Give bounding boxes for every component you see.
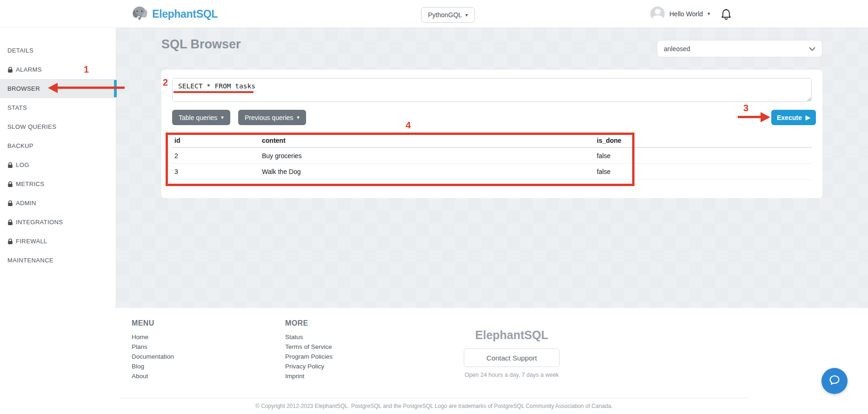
sidebar-item-log[interactable]: LOG [0, 155, 116, 174]
user-name: Hello World [669, 10, 703, 18]
instance-select-value: anleosed [664, 45, 690, 53]
brand-logo[interactable]: ElephantSQL [132, 5, 218, 23]
footer: MENU Home Plans Documentation Blog About… [0, 308, 868, 414]
lock-icon [7, 238, 13, 245]
sidebar-item-integrations[interactable]: INTEGRATIONS [0, 213, 116, 232]
sidebar-item-details[interactable]: DETAILS [0, 41, 116, 60]
sidebar: DETAILS ALARMS BROWSER STATS SLOW QUERIE… [0, 28, 116, 308]
sidebar-item-label: LOG [16, 161, 29, 168]
caret-down-icon: ▾ [465, 12, 468, 18]
cell-is-done: false [597, 152, 812, 160]
query-results-table: id content is_done 2 Buy groceries false… [172, 134, 812, 180]
footer-link-blog[interactable]: Blog [132, 361, 174, 371]
sql-query-input[interactable]: SELECT * FROM tasks [172, 78, 812, 102]
cell-id: 3 [172, 168, 262, 175]
column-header-content: content [262, 137, 597, 144]
cell-id: 2 [172, 152, 262, 160]
cell-content: Buy groceries [262, 152, 597, 160]
database-instance-select[interactable]: anleosed [657, 40, 822, 57]
brand-name: ElephantSQL [152, 8, 218, 20]
top-navbar: ElephantSQL PythonGQL ▾ Hello World ▾ [0, 0, 868, 28]
footer-link-terms[interactable]: Terms of Service [285, 342, 333, 352]
sidebar-item-alarms[interactable]: ALARMS [0, 60, 116, 79]
lock-icon [7, 162, 13, 168]
previous-queries-label: Previous queries [245, 114, 293, 121]
contact-support-button[interactable]: Contact Support [464, 348, 560, 367]
execute-button[interactable]: Execute ▶ [771, 110, 816, 125]
cell-is-done: false [597, 168, 812, 175]
instance-dropdown-label: PythonGQL [428, 11, 462, 19]
footer-menu-heading: MENU [132, 319, 174, 327]
sidebar-item-slow-queries[interactable]: SLOW QUERIES [0, 117, 116, 136]
sidebar-item-label: BACKUP [7, 142, 33, 149]
chevron-down-icon [809, 45, 815, 53]
column-header-is-done: is_done [597, 137, 812, 144]
caret-down-icon: ▾ [297, 114, 300, 120]
page-title: SQL Browser [161, 37, 241, 52]
footer-link-imprint[interactable]: Imprint [285, 371, 333, 381]
sidebar-item-label: BROWSER [7, 85, 40, 92]
elephantsql-app: ElephantSQL PythonGQL ▾ Hello World ▾ DE… [0, 0, 868, 414]
table-queries-label: Table queries [179, 114, 217, 121]
user-menu[interactable]: Hello World ▾ [650, 7, 710, 21]
column-header-id: id [172, 137, 262, 144]
footer-link-privacy[interactable]: Privacy Policy [285, 361, 333, 371]
lock-icon [7, 67, 13, 73]
sidebar-item-label: INTEGRATIONS [16, 219, 63, 226]
footer-link-status[interactable]: Status [285, 332, 333, 342]
table-header-row: id content is_done [172, 134, 812, 148]
footer-menu-column: MENU Home Plans Documentation Blog About [132, 319, 174, 381]
table-row[interactable]: 3 Walk the Dog false [172, 164, 812, 180]
footer-brand-name: ElephantSQL [428, 328, 595, 342]
footer-more-column: MORE Status Terms of Service Program Pol… [285, 319, 333, 381]
sidebar-item-label: STATS [7, 104, 27, 111]
instance-dropdown-button[interactable]: PythonGQL ▾ [421, 7, 475, 23]
sidebar-item-label: FIREWALL [16, 238, 47, 245]
lock-icon [7, 219, 13, 226]
execute-label: Execute [777, 114, 802, 121]
lock-icon [7, 181, 13, 187]
table-row[interactable]: 2 Buy groceries false [172, 148, 812, 164]
footer-link-program-policies[interactable]: Program Policies [285, 352, 333, 361]
footer-link-plans[interactable]: Plans [132, 342, 174, 352]
footer-more-heading: MORE [285, 319, 333, 327]
table-queries-button[interactable]: Table queries ▾ [172, 110, 230, 125]
sidebar-item-metrics[interactable]: METRICS [0, 174, 116, 194]
sidebar-item-label: DETAILS [7, 47, 33, 54]
sidebar-item-label: SLOW QUERIES [7, 123, 56, 130]
lock-icon [7, 200, 13, 207]
previous-queries-button[interactable]: Previous queries ▾ [238, 110, 306, 125]
footer-link-documentation[interactable]: Documentation [132, 352, 174, 361]
footer-open-hours: Open 24 hours a day, 7 days a week [428, 372, 595, 378]
sidebar-item-browser[interactable]: BROWSER [0, 79, 116, 98]
sidebar-item-label: ALARMS [16, 66, 42, 73]
sidebar-item-maintenance[interactable]: MAINTENANCE [0, 251, 116, 270]
sidebar-item-label: METRICS [16, 180, 44, 187]
sidebar-item-label: MAINTENANCE [7, 257, 53, 264]
notifications-bell-icon[interactable] [721, 8, 732, 20]
footer-divider [120, 398, 748, 398]
cell-content: Walk the Dog [262, 168, 597, 175]
sidebar-nav: DETAILS ALARMS BROWSER STATS SLOW QUERIE… [0, 41, 116, 270]
sidebar-item-admin[interactable]: ADMIN [0, 194, 116, 213]
caret-down-icon: ▾ [708, 11, 710, 17]
user-avatar [650, 7, 665, 21]
footer-link-home[interactable]: Home [132, 332, 174, 342]
active-indicator-bar [114, 80, 117, 97]
sidebar-item-backup[interactable]: BACKUP [0, 136, 116, 155]
sidebar-item-stats[interactable]: STATS [0, 98, 116, 117]
sidebar-item-label: ADMIN [16, 200, 36, 207]
elephant-logo-icon [132, 5, 148, 23]
chat-bubble-icon [828, 374, 841, 387]
footer-link-about[interactable]: About [132, 371, 174, 381]
footer-brand-block: ElephantSQL Contact Support Open 24 hour… [428, 328, 595, 378]
sidebar-item-firewall[interactable]: FIREWALL [0, 232, 116, 251]
play-icon: ▶ [806, 114, 810, 121]
caret-down-icon: ▾ [221, 114, 224, 120]
chat-widget-button[interactable] [821, 368, 848, 394]
copyright-text: © Copyright 2012-2023 ElephantSQL. Postg… [0, 403, 868, 409]
